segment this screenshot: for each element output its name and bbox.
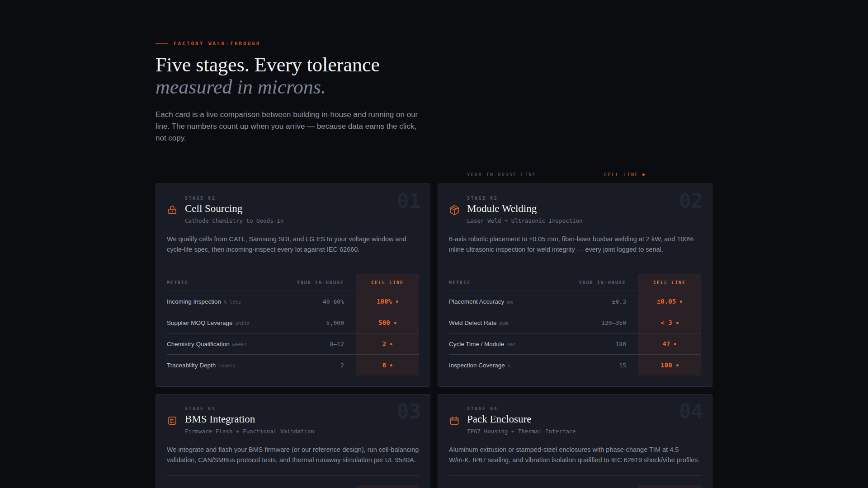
live-dot xyxy=(390,364,392,366)
col-metric: METRIC xyxy=(449,280,570,285)
metric-row: Weld Defect Rateppm 120–350 < 3 xyxy=(449,312,701,333)
card-watermark: 03 xyxy=(397,402,421,422)
col-cell-line: CELL LINE xyxy=(356,485,419,488)
metric-row: Chemistry Qualificationweeks 8–12 2 xyxy=(167,333,419,354)
live-dot xyxy=(676,364,679,366)
enclosure-icon xyxy=(449,415,460,426)
lock-icon xyxy=(167,205,178,216)
metric-unit: levels xyxy=(218,363,236,368)
card-title: Module Welding xyxy=(467,203,701,215)
stage-card[interactable]: 01 STAGE 01 Cell Sourcing Cathode Chemis… xyxy=(156,183,430,387)
metric-table-header: METRIC YOUR IN-HOUSE CELL LINE xyxy=(449,485,701,488)
card-icon-slot xyxy=(449,205,460,216)
legend-in-house: YOUR IN-HOUSE LINE xyxy=(467,172,536,177)
factory-walkthrough-section: FACTORY WALK-THROUGH Five stages. Every … xyxy=(156,0,712,488)
card-head-text: STAGE 04 Pack Enclosure IP67 Housing + T… xyxy=(467,406,701,435)
card-description: We qualify cells from CATL, Samsung SDI,… xyxy=(167,234,419,265)
cell-line-value: < 3 xyxy=(660,319,672,326)
card-watermark: 02 xyxy=(679,191,703,211)
card-title: BMS Integration xyxy=(185,413,419,425)
in-house-value: 120–350 xyxy=(570,319,638,326)
cell-line-value: ±0.05 xyxy=(657,298,676,305)
eyebrow-label: FACTORY WALK-THROUGH xyxy=(174,41,260,47)
card-header: STAGE 02 Module Welding Laser Weld + Ult… xyxy=(449,196,701,224)
metric-unit: % lots xyxy=(224,299,241,305)
metric-rows: Incoming Inspection% lots 40–60% 100% Su… xyxy=(167,291,419,375)
metric-row: Traceability Depthlevels 2 6 xyxy=(167,354,419,375)
cell-line-value: 100% xyxy=(377,298,392,305)
metric-name: Placement Accuracy xyxy=(449,298,504,305)
col-in-house: YOUR IN-HOUSE xyxy=(288,280,356,285)
metric-table: METRIC YOUR IN-HOUSE CELL LINE Placement… xyxy=(449,274,701,375)
live-dot xyxy=(680,300,682,303)
live-dot xyxy=(396,300,398,303)
card-head-text: STAGE 01 Cell Sourcing Cathode Chemistry… xyxy=(185,196,419,224)
card-description: Aluminum extrusion or stamped-steel encl… xyxy=(449,445,701,476)
metric-rows: Placement Accuracymm ±0.3 ±0.05 Weld Def… xyxy=(449,291,701,375)
metric-table: METRIC YOUR IN-HOUSE CELL LINE xyxy=(167,485,419,488)
card-head-text: STAGE 02 Module Welding Laser Weld + Ult… xyxy=(467,196,701,224)
metric-name: Weld Defect Rate xyxy=(449,319,497,326)
card-subtitle: IP67 Housing + Thermal Interface xyxy=(467,428,701,435)
card-header: STAGE 04 Pack Enclosure IP67 Housing + T… xyxy=(449,406,701,435)
card-head-text: STAGE 03 BMS Integration Firmware Flash … xyxy=(185,406,419,435)
legend-cell-line: CELL LINE xyxy=(604,172,645,177)
metric-table-header: METRIC YOUR IN-HOUSE CELL LINE xyxy=(167,485,419,488)
metric-unit: ppm xyxy=(500,320,508,326)
stage-label: STAGE 01 xyxy=(185,196,419,201)
metric-name: Chemistry Qualification xyxy=(167,341,230,347)
intro-paragraph: Each card is a live comparison between b… xyxy=(156,109,425,144)
card-subtitle: Firmware Flash + Functional Validation xyxy=(185,428,419,435)
card-watermark: 01 xyxy=(397,191,421,211)
live-dot xyxy=(390,343,392,345)
in-house-value: ±0.3 xyxy=(570,298,638,305)
card-title: Pack Enclosure xyxy=(467,413,701,425)
cell-line-value: 47 xyxy=(663,340,670,347)
title-line-1: Five stages. Every tolerance xyxy=(156,54,712,76)
in-house-value: 40–60% xyxy=(288,298,356,305)
stage-label: STAGE 04 xyxy=(467,406,701,411)
card-title: Cell Sourcing xyxy=(185,203,419,215)
title-line-2: measured in microns. xyxy=(156,76,712,98)
memo-icon xyxy=(167,415,178,426)
live-dot xyxy=(674,343,676,345)
metric-unit: % xyxy=(508,363,510,368)
metric-name: Traceability Depth xyxy=(167,362,216,369)
card-subtitle: Laser Weld + Ultrasonic Inspection xyxy=(467,217,701,224)
cards-grid: 01 STAGE 01 Cell Sourcing Cathode Chemis… xyxy=(156,183,712,488)
metric-unit: sec xyxy=(507,342,515,347)
col-cell-line: CELL LINE xyxy=(638,274,701,291)
metric-table: METRIC YOUR IN-HOUSE CELL LINE Incoming … xyxy=(167,274,419,375)
stage-card[interactable]: 03 STAGE 03 BMS Integration Firmware Fla… xyxy=(156,394,430,488)
card-icon-slot xyxy=(167,415,178,426)
metric-unit: weeks xyxy=(232,342,247,347)
eyebrow-dash xyxy=(156,43,168,44)
in-house-value: 2 xyxy=(288,362,356,369)
stage-card[interactable]: 04 STAGE 04 Pack Enclosure IP67 Housing … xyxy=(438,394,712,488)
card-description: We integrate and flash your BMS firmware… xyxy=(167,445,419,476)
metric-table-header: METRIC YOUR IN-HOUSE CELL LINE xyxy=(449,274,701,291)
metric-name: Incoming Inspection xyxy=(167,298,221,305)
in-house-value: 15 xyxy=(570,362,638,369)
metric-name: Supplier MOQ Leverage xyxy=(167,319,233,326)
card-header: STAGE 03 BMS Integration Firmware Flash … xyxy=(167,406,419,435)
card-description: 6-axis robotic placement to ±0.05 mm, fi… xyxy=(449,234,701,265)
stage-card[interactable]: 02 STAGE 02 Module Welding Laser Weld + … xyxy=(438,183,712,387)
metric-unit: units xyxy=(236,320,250,326)
legend-live-dot xyxy=(642,174,645,176)
cell-line-value: 100 xyxy=(660,361,672,369)
in-house-value: 180 xyxy=(570,341,638,347)
cell-line-value: 6 xyxy=(382,361,386,369)
metric-table: METRIC YOUR IN-HOUSE CELL LINE xyxy=(449,485,701,488)
metric-unit: mm xyxy=(507,299,513,305)
live-dot xyxy=(676,322,679,324)
card-subtitle: Cathode Chemistry to Goods-In xyxy=(185,217,419,224)
comparison-legend: YOUR IN-HOUSE LINE CELL LINE xyxy=(156,172,712,177)
metric-table-header: METRIC YOUR IN-HOUSE CELL LINE xyxy=(167,274,419,291)
live-dot xyxy=(394,322,396,324)
metric-name: Inspection Coverage xyxy=(449,362,505,369)
legend-cell-line-label: CELL LINE xyxy=(604,172,639,177)
cell-line-value: 2 xyxy=(382,340,386,347)
col-cell-line: CELL LINE xyxy=(638,485,701,488)
metric-row: Inspection Coverage% 15 100 xyxy=(449,354,701,375)
